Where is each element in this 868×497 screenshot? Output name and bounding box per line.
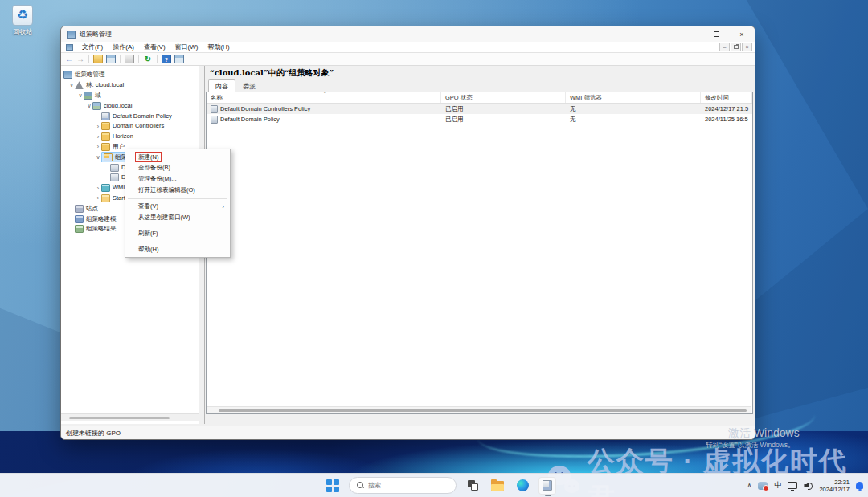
network-display-icon[interactable] — [788, 482, 797, 489]
scrollbar-thumb[interactable] — [69, 417, 170, 419]
mdi-minimize-button[interactable]: – — [719, 43, 730, 51]
menu-item-new[interactable]: 新建(N) — [125, 151, 230, 162]
menu-view[interactable]: 查看(V) — [139, 42, 170, 52]
notification-bell-icon[interactable] — [856, 482, 863, 489]
title-bar[interactable]: 组策略管理 – × — [61, 26, 755, 42]
menu-item-backup-all[interactable]: 全部备份(B)... — [125, 162, 230, 173]
domain-icon — [92, 102, 101, 110]
mdi-close-icon: × — [745, 44, 748, 50]
expander-closed-icon[interactable]: › — [95, 144, 101, 149]
refresh-icon[interactable]: ↻ — [143, 55, 153, 63]
column-header-name[interactable]: 名称ˆ — [207, 92, 441, 103]
red-highlight-box: 新建(N) — [135, 152, 162, 162]
show-console-tree-icon[interactable] — [106, 55, 116, 63]
edge-button[interactable] — [514, 477, 531, 495]
tree-item-domain-cloudlocal[interactable]: ∨cloud.local — [61, 100, 199, 111]
gpmc-taskbar-button[interactable] — [538, 477, 556, 495]
gpo-link-icon — [101, 112, 110, 120]
expander-open-icon[interactable]: ∨ — [77, 92, 84, 99]
toolbar-separator — [88, 55, 89, 63]
mdi-restore-button[interactable] — [731, 43, 741, 51]
task-view-icon — [468, 480, 478, 491]
menu-action[interactable]: 操作(A) — [108, 42, 139, 52]
tray-date: 2024/12/17 — [819, 486, 850, 493]
volume-icon[interactable] — [804, 482, 813, 489]
expander-closed-icon[interactable]: › — [95, 195, 101, 201]
toolbar-separator — [138, 55, 139, 63]
sync-error-tray-icon[interactable] — [758, 482, 768, 490]
expander-open-icon[interactable]: ∨ — [95, 154, 101, 161]
maximize-button[interactable] — [703, 26, 729, 42]
task-view-button[interactable] — [464, 477, 481, 495]
expander-open-icon[interactable]: ∨ — [68, 82, 75, 88]
back-button[interactable]: ← — [65, 54, 73, 65]
recycle-bin-shortcut[interactable]: ♻ 回收站 — [5, 5, 40, 36]
tree-item-forest[interactable]: ∨林: cloud.local — [61, 80, 199, 91]
gpmc-app-icon — [67, 31, 76, 39]
starter-gpo-icon — [101, 194, 110, 202]
tree-horizontal-scrollbar[interactable] — [61, 413, 199, 421]
console-icon — [63, 71, 72, 79]
results-horizontal-scrollbar[interactable] — [207, 406, 751, 413]
expander-closed-icon[interactable]: › — [95, 185, 101, 191]
tree-item-gpm-root[interactable]: 组策略管理 — [61, 70, 199, 80]
taskbar-search[interactable] — [349, 477, 457, 494]
properties-icon[interactable] — [125, 55, 134, 63]
ime-indicator[interactable]: 中 — [774, 480, 781, 491]
tab-delegation[interactable]: 委派 — [235, 79, 263, 92]
menu-item-view[interactable]: 查看(V)› — [125, 201, 230, 212]
column-header-modified[interactable]: 修改时间 — [701, 92, 752, 103]
start-button[interactable] — [324, 477, 342, 495]
tree-item-domain-controllers[interactable]: ›Domain Controllers — [61, 121, 199, 132]
table-row[interactable]: Default Domain Controllers Policy 已启用 无 … — [207, 104, 752, 114]
up-one-level-icon[interactable] — [93, 55, 103, 63]
minimize-button[interactable]: – — [678, 26, 703, 42]
clock[interactable]: 22:31 2024/12/17 — [819, 479, 850, 493]
submenu-arrow-icon: › — [222, 203, 224, 210]
mdi-close-button[interactable]: × — [742, 43, 752, 51]
tab-contents[interactable]: 内容 — [208, 79, 235, 92]
file-explorer-button[interactable] — [489, 477, 506, 495]
tree-item-domains[interactable]: ∨域 — [61, 91, 199, 101]
taskbar: ∧ 中 22:31 2024/12/17 — [0, 473, 868, 497]
close-button[interactable]: × — [729, 26, 755, 42]
expander-open-icon[interactable]: ∨ — [86, 103, 92, 109]
desktop: ♻ 回收站 组策略管理 – × 文件(F) 操作(A) 查看(V) 窗口(W) … — [0, 0, 868, 497]
menu-item-open-migration-table-editor[interactable]: 打开迁移表编辑器(O) — [125, 185, 230, 196]
help-icon[interactable]: ? — [162, 55, 171, 63]
search-icon — [357, 482, 364, 489]
folder-icon — [491, 481, 504, 491]
scrollbar-thumb[interactable] — [219, 409, 747, 412]
tree-item-default-domain-policy[interactable]: Default Domain Policy — [61, 111, 199, 121]
search-input[interactable] — [368, 482, 440, 489]
forward-button[interactable]: → — [76, 54, 84, 65]
results-pane-title: “cloud.local”中的“组策略对象” — [210, 67, 334, 79]
table-row[interactable]: Default Domain Policy 已启用 无 2024/11/25 1… — [207, 114, 752, 124]
gpo-icon — [110, 164, 119, 172]
sites-icon — [75, 205, 84, 213]
expander-closed-icon[interactable]: › — [95, 134, 101, 140]
menu-help[interactable]: 帮助(H) — [203, 42, 234, 52]
menu-item-help[interactable]: 帮助(H) — [125, 244, 230, 255]
menu-item-manage-backups[interactable]: 管理备份(M)... — [125, 173, 230, 185]
menu-window[interactable]: 窗口(W) — [170, 42, 203, 52]
column-header-gpo-status[interactable]: GPO 状态 — [441, 92, 566, 103]
menu-item-refresh[interactable]: 刷新(F) — [125, 228, 230, 239]
menu-file[interactable]: 文件(F) — [77, 42, 108, 52]
ou-icon — [101, 132, 110, 141]
window-title: 组策略管理 — [80, 30, 112, 39]
expander-closed-icon[interactable]: › — [95, 124, 101, 129]
toolbar: ← → ↻ ? — [61, 53, 755, 66]
menu-item-new-window-from-here[interactable]: 从这里创建窗口(W) — [125, 212, 230, 223]
recycle-glyph: ♻ — [17, 8, 28, 22]
wmi-filter-icon — [101, 184, 110, 192]
menu-bar: 文件(F) 操作(A) 查看(V) 窗口(W) 帮助(H) – × — [61, 42, 755, 53]
tree-item-horizon[interactable]: ›Horizon — [61, 132, 199, 142]
gpo-icon — [211, 116, 218, 124]
new-window-icon[interactable] — [174, 55, 184, 63]
domains-icon — [84, 92, 92, 100]
gpo-folder-icon — [104, 153, 113, 161]
gpo-status-cell: 已启用 — [441, 116, 566, 124]
tray-overflow-chevron-icon[interactable]: ∧ — [747, 482, 752, 489]
column-header-wmi-filter[interactable]: WMI 筛选器 — [566, 92, 701, 103]
